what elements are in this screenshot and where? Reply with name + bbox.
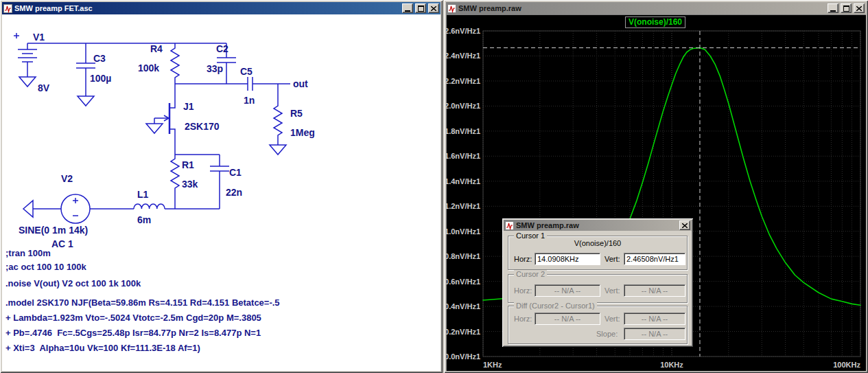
cursor-dialog-title: SMW preamp.raw xyxy=(516,221,677,229)
r5-resistor-symbol[interactable] xyxy=(270,84,286,155)
trace-title[interactable]: V(onoise)/160 xyxy=(625,16,685,28)
x-tick-label: 10KHz xyxy=(660,361,683,369)
ground-symbol xyxy=(78,96,94,106)
schematic-window-title: SMW preamp FET.asc xyxy=(14,4,400,12)
ltspice-icon xyxy=(447,4,456,13)
r1-resistor-symbol[interactable] xyxy=(171,155,179,209)
schematic-label[interactable]: 22n xyxy=(226,188,242,198)
close-button[interactable] xyxy=(854,3,865,13)
spice-directive[interactable]: + Xti=3 Alpha=10u Vk=100 Kf=111.3E-18 Af… xyxy=(5,343,200,353)
cursor-dialog[interactable]: SMW preamp.raw Cursor 1 V(onoise)/160 Ho… xyxy=(502,218,693,347)
y-tick-label: 1.8nV/Hz1 xyxy=(446,127,480,135)
close-button[interactable] xyxy=(679,221,690,230)
cursor1-horz-value[interactable] xyxy=(535,253,600,265)
cursor-dialog-body: Cursor 1 V(onoise)/160 Horz: Vert: Curso… xyxy=(504,231,692,346)
spice-directive[interactable]: + Lambda=1.923m Vto=-.5024 Vtotc=-2.5m C… xyxy=(5,313,261,323)
y-tick-label: 1.4nV/Hz1 xyxy=(446,177,480,185)
spice-directive[interactable]: .noise V(out) V2 oct 100 1k 100k xyxy=(5,278,141,289)
ground-symbol xyxy=(19,77,36,87)
spice-directive[interactable]: + Pb=.4746 Fc=.5Cgs=25.48p Isr=84.77p Nr… xyxy=(5,328,261,338)
minimize-button[interactable] xyxy=(402,3,413,13)
schematic-label[interactable]: 1Meg xyxy=(290,128,315,138)
schematic-label[interactable]: 8V xyxy=(38,83,49,93)
schematic-label[interactable]: V2 xyxy=(61,174,73,184)
schematic-label[interactable]: C3 xyxy=(93,54,106,64)
cursor1-horz-label: Horz: xyxy=(514,253,532,265)
cursor2-vert-value xyxy=(624,284,685,297)
l1-inductor-symbol[interactable] xyxy=(134,204,165,209)
y-tick-label: 0.4nV/Hz1 xyxy=(446,302,480,310)
y-tick-label: 2.6nV/Hz1 xyxy=(446,27,480,35)
cursor2-group: Cursor 2 Horz: Vert: xyxy=(508,274,688,303)
schematic-label[interactable]: V1 xyxy=(33,32,45,43)
cursor2-group-label: Cursor 2 xyxy=(514,270,547,279)
schematic-label[interactable]: 33p xyxy=(207,64,223,74)
waveform-window: SMW preamp.raw 2.6nV/Hz12.4nV/Hz12.2nV/H… xyxy=(444,0,868,373)
plus-sign xyxy=(14,33,19,38)
waveform-plot-area[interactable]: 2.6nV/Hz12.4nV/Hz12.2nV/Hz12.0nV/Hz11.8n… xyxy=(446,14,866,371)
schematic-label[interactable]: 1n xyxy=(244,95,255,106)
spice-directive[interactable]: ;ac oct 100 10 100k xyxy=(5,262,86,272)
maximize-icon xyxy=(418,5,424,12)
schematic-label[interactable]: SINE(0 1m 14k) xyxy=(19,225,88,236)
schematic-label[interactable]: AC 1 xyxy=(51,239,73,249)
schematic-label[interactable]: 6m xyxy=(137,215,151,225)
j1-jfet-symbol[interactable] xyxy=(146,103,175,155)
schematic-window-titlebar[interactable]: SMW preamp FET.asc xyxy=(2,2,441,14)
schematic-label[interactable]: 2SK170 xyxy=(185,122,220,132)
minimize-icon xyxy=(405,10,410,12)
schematic-label[interactable]: C1 xyxy=(229,168,242,178)
r4-resistor-symbol[interactable] xyxy=(171,43,179,84)
y-tick-label: 2.4nV/Hz1 xyxy=(446,52,480,60)
cursor2-horz-label: Horz: xyxy=(514,284,532,297)
y-tick-label: 1.2nV/Hz1 xyxy=(446,202,480,210)
y-tick-label: 0.0nV/Hz1 xyxy=(446,352,480,361)
schematic-label[interactable]: 100k xyxy=(138,63,159,74)
c5-capacitor-symbol[interactable] xyxy=(248,77,253,91)
schematic-label[interactable]: 100µ xyxy=(90,74,111,84)
y-tick-label: 2.0nV/Hz1 xyxy=(446,102,480,110)
ltspice-icon xyxy=(3,4,12,13)
diff-vert-label: Vert: xyxy=(605,313,620,325)
minimize-icon xyxy=(830,10,836,12)
cursor2-horz-value xyxy=(535,284,600,297)
y-tick-label: 0.6nV/Hz1 xyxy=(446,278,480,286)
maximize-button[interactable] xyxy=(841,3,852,13)
cursor-dialog-titlebar[interactable]: SMW preamp.raw xyxy=(504,220,692,231)
minimize-button[interactable] xyxy=(828,3,838,13)
close-button[interactable] xyxy=(428,3,439,13)
cursor2-vert-label: Vert: xyxy=(605,284,620,297)
diff-vert-value xyxy=(624,313,685,325)
cursor1-trace-name: V(onoise)/160 xyxy=(508,239,687,247)
schematic-label[interactable]: 33k xyxy=(182,179,198,190)
ltspice-icon xyxy=(505,221,514,230)
schematic-label[interactable]: L1 xyxy=(137,190,148,200)
plus-sign xyxy=(73,198,78,203)
cursor1-vert-value[interactable] xyxy=(624,253,685,265)
schematic-label[interactable]: J1 xyxy=(183,102,194,112)
waveform-window-title: SMW preamp.raw xyxy=(458,4,825,12)
diff-slope-value xyxy=(624,328,685,340)
y-tick-label: 0.8nV/Hz1 xyxy=(446,252,480,260)
schematic-label[interactable]: out xyxy=(293,79,308,89)
schematic-label[interactable]: C2 xyxy=(216,44,228,54)
diff-horz-label: Horz: xyxy=(514,313,532,325)
c1-capacitor-symbol[interactable] xyxy=(210,155,229,209)
schematic-label[interactable]: R4 xyxy=(150,44,163,54)
schematic-canvas[interactable]: V18VC3100µR4100kC233pC51noutR51MegJ12SK1… xyxy=(2,14,441,371)
diff-group-label: Diff (Cursor2 - Cursor1) xyxy=(514,302,597,310)
spice-directive[interactable]: ;tran 100m xyxy=(5,248,51,258)
schematic-label[interactable]: R5 xyxy=(290,109,303,119)
spice-directive[interactable]: .model 2SK170 NJF(Beta=59.86m Rs=4.151 R… xyxy=(5,297,280,308)
maximize-button[interactable] xyxy=(415,3,426,13)
ground-symbol xyxy=(23,201,33,217)
ground-symbol xyxy=(270,145,286,155)
close-icon xyxy=(856,6,862,11)
y-tick-label: 0.2nV/Hz1 xyxy=(446,328,480,336)
diff-slope-label: Slope: xyxy=(596,328,618,340)
waveform-window-titlebar[interactable]: SMW preamp.raw xyxy=(446,2,866,14)
diff-group: Diff (Cursor2 - Cursor1) Horz: Vert: Slo… xyxy=(508,306,688,344)
close-icon xyxy=(431,6,436,11)
schematic-label[interactable]: R1 xyxy=(182,160,194,170)
schematic-label[interactable]: C5 xyxy=(240,67,253,77)
